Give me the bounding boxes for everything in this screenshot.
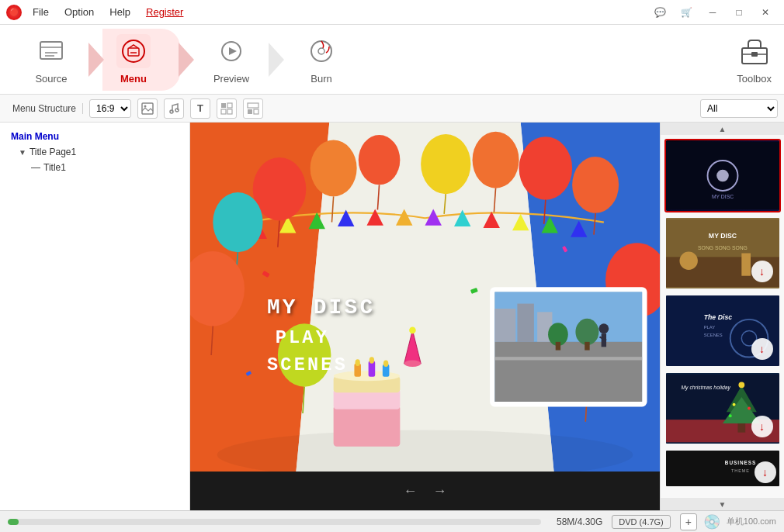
prev-arrow-button[interactable]: ← [404,483,418,499]
maximize-button[interactable]: □ [727,3,751,22]
svg-point-125 [738,382,744,388]
svg-point-105 [716,170,729,182]
image-icon [141,102,154,115]
close-button[interactable]: ✕ [753,3,778,22]
svg-text:SONG SONG SONG: SONG SONG SONG [698,245,748,250]
disc-status-icon: 💿 [703,513,720,530]
preview-label: Preview [213,73,249,85]
msg-icon-btn[interactable]: 💬 [647,3,672,22]
svg-rect-22 [248,103,258,108]
svg-text:The Disc: The Disc [703,313,732,321]
svg-text:MY DISC: MY DISC [708,232,737,240]
tree-main-menu[interactable]: Main Menu [6,129,183,144]
burn-icon [307,37,335,65]
scroll-down-button[interactable]: ▼ [661,498,784,510]
text-tool-icon[interactable]: T [190,98,210,119]
titlebar: 🔴 File Option Help Register 💬 🛒 ─ □ ✕ [0,0,784,25]
svg-point-52 [473,132,519,188]
file-size-label: 58M/4.30G [557,516,602,527]
nav-toolbox[interactable]: Toolbox [737,34,772,85]
thumb1-svg: MY DISC [666,140,779,211]
theme-thumb-3[interactable]: The Disc PLAY SCENES ↓ [664,294,781,368]
right-filter-area: All Downloaded Free [700,99,778,118]
svg-rect-14 [142,103,153,114]
main-area: Main Menu ▼ Title Page1 — Title1 [0,123,784,510]
download-icon-3[interactable]: ↓ [751,338,773,360]
aspect-ratio-select[interactable]: 16:9 4:3 [89,99,131,118]
scroll-up-button[interactable]: ▲ [661,123,784,135]
title1-indent: — [31,162,40,173]
preview-canvas: MY DISC PLAY SCENES [190,123,660,472]
source-icon-wrap [34,34,68,68]
menu-label: Menu [120,73,147,85]
svg-point-10 [318,48,324,54]
chevron-down-icon: ▼ [19,148,26,157]
download-icon-4[interactable]: ↓ [751,416,773,437]
theme-thumb-4[interactable]: My christmas holiday ↓ [664,371,781,445]
disc-type-label: DVD (4.7G) [612,515,670,529]
menu-register[interactable]: Register [140,3,189,21]
menu-file[interactable]: File [26,3,55,21]
svg-point-54 [519,136,573,199]
progress-bar-container [8,519,541,525]
svg-point-74 [369,357,374,364]
nav-strip: Source Menu Preview [0,25,784,95]
next-arrow-button[interactable]: → [433,483,447,499]
menu-option[interactable]: Option [58,3,100,21]
svg-text:SCENES: SCENES [267,354,348,375]
tree-title-page1[interactable]: ▼ Title Page1 [6,144,183,160]
music-tool-icon[interactable] [164,98,184,119]
nav-preview[interactable]: Preview [193,29,270,91]
menu-help[interactable]: Help [103,3,137,21]
menu-bar: File Option Help Register [26,3,189,21]
tree-title1[interactable]: — Title1 [6,160,183,175]
svg-point-100 [598,323,609,333]
layout2-tool-icon[interactable] [243,98,263,119]
cart-icon-btn[interactable]: 🛒 [674,3,699,22]
svg-rect-91 [495,309,516,342]
svg-point-17 [175,109,179,112]
svg-rect-112 [741,254,751,276]
nav-arrow-3 [269,43,284,77]
burn-icon-wrap [304,34,338,68]
svg-text:BUSINESS: BUSINESS [724,460,755,465]
theme-thumb-5[interactable]: BUSINESS THEME ↓ [664,449,781,488]
download-icon-2[interactable]: ↓ [751,261,773,282]
layout1-icon [220,102,233,115]
theme-thumb-2[interactable]: MY DISC SONG SONG SONG ↓ [664,216,781,290]
download-icon-5[interactable]: ↓ [755,461,776,483]
theme-thumb-1[interactable]: MY DISC [664,139,781,212]
thumbnail-list: MY DISC MY DISC SONG SONG SONG [661,135,784,498]
nav-arrow-1 [88,43,104,77]
svg-point-127 [748,407,751,410]
svg-text:PLAY: PLAY [276,327,329,348]
svg-text:SCENES: SCENES [703,333,722,337]
image-tool-icon[interactable] [137,98,158,119]
preview-scene-svg: MY DISC PLAY SCENES [190,123,660,472]
svg-point-78 [409,327,416,334]
nav-burn[interactable]: Burn [283,29,360,91]
zoom-in-button[interactable]: + [680,513,697,530]
text-icon: T [197,102,203,114]
svg-text:My christmas holiday: My christmas holiday [681,385,730,391]
svg-point-75 [383,360,388,367]
watermark-label: 单机100.com [727,516,776,527]
svg-point-73 [356,359,360,366]
preview-icon-wrap [214,34,248,68]
svg-rect-21 [227,109,232,114]
window-controls: 💬 🛒 ─ □ ✕ [647,3,778,22]
nav-menu[interactable]: Menu [102,29,180,91]
right-panel: ▲ MY DISC [660,123,784,510]
svg-rect-94 [495,342,643,402]
preview-nav-bar: ← → [190,472,660,510]
status-bar: 58M/4.30G DVD (4.7G) + 💿 单机100.com [0,510,784,532]
minimize-button[interactable]: ─ [700,3,725,22]
menu-icon [120,37,147,65]
app-icon: 🔴 [6,5,22,20]
nav-source[interactable]: Source [12,29,90,91]
layout1-tool-icon[interactable] [217,98,237,119]
menu-icon-wrap [116,34,151,68]
svg-rect-23 [248,109,252,114]
theme-filter-select[interactable]: All Downloaded Free [700,99,778,118]
main-menu-label: Main Menu [11,131,59,142]
